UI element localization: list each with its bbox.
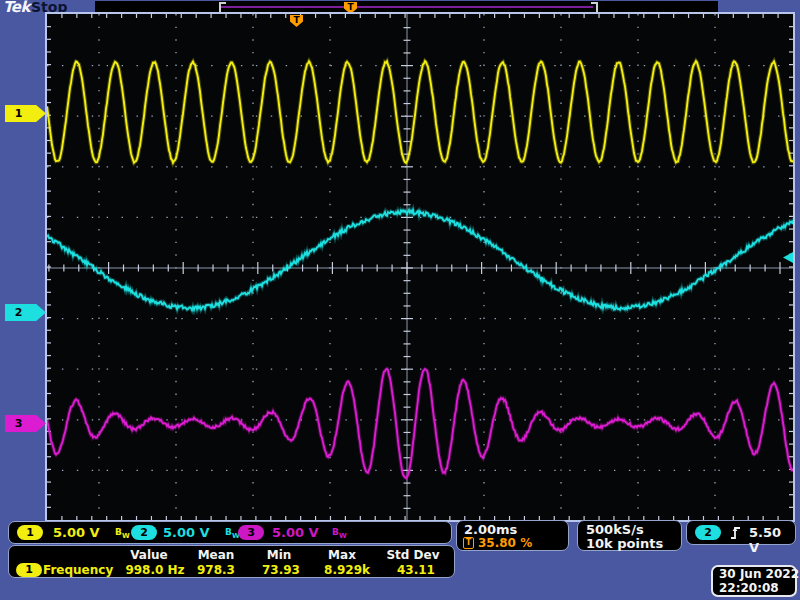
horizontal-trigger-position: 35.80 %	[478, 536, 532, 550]
horizontal-readout[interactable]: 2.00ms T 35.80 %	[456, 520, 569, 551]
measurement-stddev: 43.11	[378, 563, 454, 577]
channel2-scale[interactable]: 5.00 V	[163, 525, 210, 540]
sample-rate: 500kS/s	[586, 522, 644, 537]
waveform-display	[0, 0, 800, 600]
trigger-readout[interactable]: 2 5.50 V	[686, 520, 796, 545]
trigger-source-badge: 2	[695, 525, 721, 540]
date-text: 30 Jun 2022	[719, 567, 799, 581]
channel3-scale[interactable]: 5.00 V	[272, 525, 319, 540]
acquisition-readout[interactable]: 500kS/s 10k points	[577, 520, 682, 551]
channel1-bandwidth-icon: BW	[115, 527, 130, 540]
rising-edge-icon	[729, 525, 743, 541]
measurement-bar: Value Mean Min Max Std Dev 1 Frequency 9…	[8, 545, 455, 578]
channel-scale-bar: 1 5.00 V BW 2 5.00 V BW 3 5.00 V BW	[8, 521, 452, 544]
measurement-max: 8.929k	[309, 563, 385, 577]
trigger-position-t-icon: T	[463, 537, 474, 549]
time-text: 22:20:08	[719, 581, 779, 595]
horizontal-scale: 2.00ms	[464, 522, 517, 537]
measurement-name[interactable]: Frequency	[43, 563, 113, 577]
datetime-box: 30 Jun 2022 22:20:08	[711, 565, 797, 597]
channel3-bandwidth-icon: BW	[332, 527, 347, 540]
channel3-badge[interactable]: 3	[238, 525, 264, 540]
meas-header-stddev: Std Dev	[375, 548, 451, 562]
channel1-scale[interactable]: 5.00 V	[53, 525, 100, 540]
meas-header-max: Max	[304, 548, 380, 562]
record-length: 10k points	[586, 536, 663, 551]
channel2-badge[interactable]: 2	[131, 525, 157, 540]
channel1-badge[interactable]: 1	[17, 525, 43, 540]
trigger-level: 5.50 V	[749, 525, 795, 555]
measurement-min: 73.93	[243, 563, 319, 577]
measurement-channel-badge: 1	[16, 563, 42, 577]
meas-header-value: Value	[111, 548, 187, 562]
